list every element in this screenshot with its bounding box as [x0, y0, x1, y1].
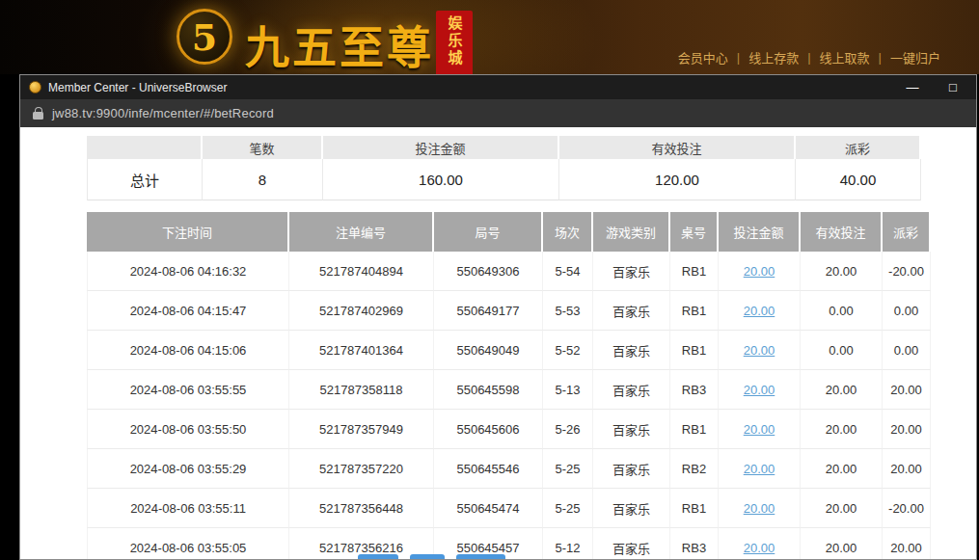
window-controls: — □ — [906, 75, 967, 99]
nav-online-withdraw[interactable]: 线上取款 — [820, 48, 870, 67]
session-cell: 5-25 — [543, 449, 593, 489]
game-type-cell: 百家乐 — [593, 410, 670, 449]
bet-time-cell: 2024-08-06 04:16:32 — [87, 252, 289, 291]
nav-member-center[interactable]: 会员中心 — [678, 48, 728, 67]
game-type-cell: 百家乐 — [593, 370, 670, 410]
bet-time-cell: 2024-08-06 04:15:47 — [87, 291, 289, 331]
header-bet-time: 下注时间 — [87, 212, 289, 252]
bet-id-cell: 521787357949 — [289, 410, 434, 449]
table-row: 2024-08-06 04:15:06 521787401364 5506490… — [87, 331, 931, 370]
bet-amount-link[interactable]: 20.00 — [744, 264, 775, 279]
valid-bet-cell: 20.00 — [801, 528, 883, 559]
bet-amount-link[interactable]: 20.00 — [744, 501, 775, 516]
window-title: Member Center - UniverseBrowser — [48, 81, 227, 94]
header-game-type: 游戏类别 — [593, 212, 670, 252]
bet-table-body: 2024-08-06 04:16:32 521787404894 5506493… — [87, 252, 931, 559]
game-type-cell: 百家乐 — [593, 489, 670, 528]
bet-id-cell: 521787401364 — [289, 331, 434, 370]
session-cell: 5-25 — [543, 489, 593, 528]
bet-time-cell: 2024-08-06 04:15:06 — [87, 331, 289, 370]
summary-header-row: 笔数 投注金额 有效投注 派彩 — [87, 136, 921, 159]
bet-time-cell: 2024-08-06 03:55:29 — [87, 449, 289, 489]
page-content: 笔数 投注金额 有效投注 派彩 总计 8 160.00 120.00 40.00 — [20, 127, 976, 559]
maximize-button[interactable]: □ — [946, 75, 960, 99]
table-row: 2024-08-06 03:55:29 521787357220 5506455… — [87, 449, 931, 489]
pagination-button-page[interactable] — [410, 554, 445, 559]
bet-amount-cell: 20.00 — [719, 489, 801, 528]
table-no-cell: RB1 — [670, 331, 719, 370]
window-titlebar: Member Center - UniverseBrowser — □ — [20, 75, 976, 99]
session-cell: 5-54 — [543, 252, 593, 291]
bet-amount-link[interactable]: 20.00 — [744, 541, 775, 555]
bet-amount-link[interactable]: 20.00 — [744, 422, 775, 437]
nav-separator: | — [879, 50, 882, 65]
nav-one-key-transfer[interactable]: 一键归户 — [890, 48, 940, 67]
summary-header-blank — [87, 136, 203, 159]
valid-bet-cell: 0.00 — [801, 331, 883, 370]
payout-cell: 0.00 — [883, 331, 931, 370]
session-cell: 5-26 — [543, 410, 593, 449]
bet-amount-link[interactable]: 20.00 — [744, 462, 775, 476]
summary-header-valid-bet: 有效投注 — [559, 136, 796, 159]
game-type-cell: 百家乐 — [593, 291, 670, 331]
summary-total-row: 总计 8 160.00 120.00 40.00 — [87, 159, 921, 200]
bet-amount-cell: 20.00 — [719, 410, 801, 449]
bet-amount-cell: 20.00 — [719, 449, 801, 489]
bet-id-cell: 521787358118 — [289, 370, 434, 410]
bet-amount-link[interactable]: 20.00 — [744, 304, 775, 318]
bet-amount-cell: 20.00 — [719, 528, 801, 559]
header-table-no: 桌号 — [670, 212, 719, 252]
table-no-cell: RB1 — [670, 291, 719, 331]
game-type-cell: 百家乐 — [593, 528, 670, 559]
table-no-cell: RB2 — [670, 449, 719, 489]
bet-amount-cell: 20.00 — [719, 331, 801, 370]
payout-cell: -20.00 — [883, 489, 931, 528]
bet-id-cell: 521787356448 — [289, 489, 434, 528]
bet-id-cell: 521787404894 — [289, 252, 434, 291]
lock-icon[interactable] — [33, 107, 43, 120]
bet-time-cell: 2024-08-06 03:55:11 — [87, 489, 289, 528]
bet-table: 下注时间 注单编号 局号 场次 游戏类别 桌号 投注金额 有效投注 派彩 202… — [87, 212, 931, 559]
url-text[interactable]: jw88.tv:9900/infe/mcenter/#/betRecord — [52, 106, 274, 120]
session-cell: 5-12 — [543, 528, 593, 559]
pagination-button-prev[interactable] — [358, 554, 398, 559]
payout-cell: -20.00 — [883, 252, 931, 291]
table-row: 2024-08-06 03:55:05 521787356216 5506454… — [87, 528, 931, 559]
bet-amount-cell: 20.00 — [719, 370, 801, 410]
bet-amount-link[interactable]: 20.00 — [744, 343, 775, 358]
round-id-cell: 550649306 — [434, 252, 543, 291]
table-no-cell: RB1 — [670, 252, 719, 291]
minimize-button[interactable]: — — [906, 75, 919, 99]
pagination — [358, 554, 505, 559]
table-row: 2024-08-06 04:15:47 521787402969 5506491… — [87, 291, 931, 331]
banner-nav: 会员中心 | 线上存款 | 线上取款 | 一键归户 — [678, 48, 940, 67]
total-count: 8 — [203, 159, 323, 200]
pagination-button-next[interactable] — [456, 554, 505, 559]
browser-window: Member Center - UniverseBrowser — □ jw88… — [19, 74, 977, 560]
session-cell: 5-13 — [543, 370, 593, 410]
bet-amount-link[interactable]: 20.00 — [744, 383, 775, 397]
header-payout: 派彩 — [883, 212, 931, 252]
table-row: 2024-08-06 03:55:50 521787357949 5506456… — [87, 410, 931, 449]
lock-body — [33, 112, 43, 120]
summary-table: 笔数 投注金额 有效投注 派彩 总计 8 160.00 120.00 40.00 — [87, 136, 921, 200]
header-valid-bet: 有效投注 — [801, 212, 883, 252]
summary-header-payout: 派彩 — [796, 136, 921, 159]
table-row: 2024-08-06 04:16:32 521787404894 5506493… — [87, 252, 931, 291]
nav-online-deposit[interactable]: 线上存款 — [748, 48, 799, 67]
payout-cell: 0.00 — [883, 291, 931, 331]
bet-id-cell: 521787357220 — [289, 449, 434, 489]
bet-amount-cell: 20.00 — [719, 252, 801, 291]
table-row: 2024-08-06 03:55:11 521787356448 5506454… — [87, 489, 931, 528]
valid-bet-cell: 20.00 — [801, 489, 883, 528]
payout-cell: 20.00 — [883, 370, 931, 410]
header-bet-amount: 投注金额 — [719, 212, 801, 252]
brand-badge: 娱乐城 — [436, 11, 473, 74]
bet-amount-cell: 20.00 — [719, 291, 801, 331]
valid-bet-cell: 20.00 — [801, 370, 883, 410]
nav-separator: | — [737, 50, 740, 65]
table-row: 2024-08-06 03:55:55 521787358118 5506455… — [87, 370, 931, 410]
game-type-cell: 百家乐 — [593, 449, 670, 489]
header-round-id: 局号 — [434, 212, 543, 252]
valid-bet-cell: 20.00 — [801, 252, 883, 291]
